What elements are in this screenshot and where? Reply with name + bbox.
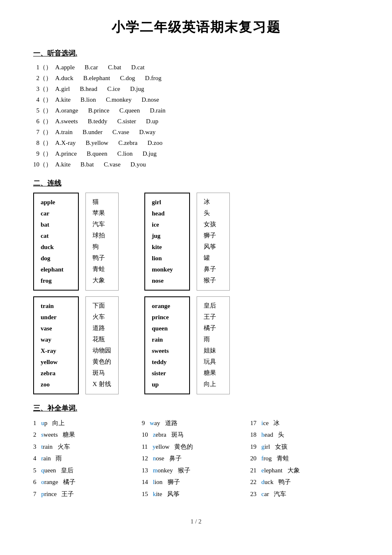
connect-item: 苹果	[93, 208, 112, 219]
complete-num: 12	[142, 452, 148, 465]
complete-blank: head	[261, 429, 273, 441]
listen-option: C.monkey	[106, 95, 131, 105]
connect-item: sister	[152, 368, 183, 379]
listen-paren: ）	[46, 159, 52, 169]
listen-paren: ）	[46, 95, 52, 105]
listen-option: A.apple	[55, 62, 75, 72]
complete-meaning: 向上	[52, 417, 65, 429]
complete-num: 21	[250, 465, 256, 477]
listen-row: 10（ ）A.kiteB.batC.vaseD.you	[33, 159, 359, 169]
complete-row: 22 duck 鸭子	[250, 476, 359, 488]
listen-option: B.under	[83, 127, 102, 137]
complete-row: 4 rain 雨	[33, 452, 142, 465]
connect-item: head	[152, 208, 183, 219]
complete-answer: s	[41, 431, 44, 438]
listen-option: A.girl	[55, 84, 70, 94]
page-footer: 1 / 2	[33, 516, 359, 526]
listen-paren: ）	[46, 105, 52, 115]
listen-paren: ）	[46, 127, 52, 137]
connect-item: 玩具	[204, 356, 223, 367]
connect-item: zoo	[41, 379, 71, 390]
complete-row: 15 kite 风筝	[142, 488, 251, 500]
listen-options: A.X-rayB.yellowC.zebraD.zoo	[55, 138, 163, 148]
section-complete: 三、补全单词. 1 up 向上9 way 道路17 ice 冰2 sweets …	[33, 403, 359, 500]
connect-item: duck	[41, 242, 71, 253]
connect-item: girl	[152, 197, 183, 208]
connect-item: elephant	[41, 264, 71, 275]
listen-option: B.yellow	[86, 138, 109, 148]
complete-answer: k	[153, 491, 156, 497]
complete-meaning: 黄色的	[174, 441, 193, 453]
complete-meaning: 火车	[58, 441, 70, 453]
connect-item: 球拍	[93, 230, 112, 241]
connect-box-en2: girlheadicejugkitelionmonkeynose	[144, 193, 190, 291]
connect-box-cn2: 冰头女孩狮子风筝罐鼻子猴子	[197, 193, 230, 291]
connect-item: 道路	[93, 323, 112, 334]
complete-num: 9	[142, 417, 145, 429]
listen-row: 1（ ）A.appleB.carC.batD.cat	[33, 62, 359, 72]
listen-option: B.queen	[87, 149, 107, 159]
complete-answer: m	[153, 467, 158, 474]
connect-item: 头	[204, 208, 223, 219]
listen-option: D.up	[146, 116, 158, 126]
section2-title: 二、连线	[33, 178, 359, 189]
complete-num: 18	[250, 429, 256, 441]
connect-item: 猫	[93, 196, 112, 208]
complete-num: 14	[142, 476, 148, 488]
section-connect: 二、连线 applecarbatcatduckdogelephantfrog 猫…	[33, 178, 359, 394]
connect-item: 狗	[93, 241, 112, 252]
complete-blank: yellow	[153, 441, 170, 453]
connect-item: X-ray	[41, 345, 71, 357]
listen-option: C.vase	[112, 127, 129, 137]
connect-item: under	[41, 312, 71, 323]
complete-blank: orange	[41, 476, 58, 488]
complete-row: 11 yellow 黄色的	[142, 441, 251, 453]
complete-num: 20	[250, 452, 256, 465]
listen-paren: ）	[46, 149, 52, 159]
complete-row: 20 frog 青蛙	[250, 452, 359, 465]
complete-row: 3 train 火车	[33, 441, 142, 453]
connect-item: yellow	[41, 357, 71, 368]
connect-item: 糖果	[204, 367, 223, 379]
complete-num: 3	[33, 441, 37, 453]
complete-num: 23	[250, 488, 256, 500]
complete-answer: r	[41, 455, 43, 462]
complete-row: 23 car 汽车	[250, 488, 359, 500]
connect-item: vase	[41, 323, 71, 334]
complete-blank: car	[261, 488, 269, 500]
complete-blank: up	[41, 417, 47, 429]
connect-item: cat	[41, 230, 71, 242]
complete-answer: e	[261, 467, 264, 474]
complete-answer: i	[261, 420, 263, 426]
connect-item: 女孩	[204, 219, 223, 230]
listen-num: 6（	[33, 116, 46, 126]
listen-option: C.queen	[119, 105, 140, 115]
connect-item: 大象	[93, 275, 112, 286]
listen-option: B.head	[80, 84, 97, 94]
complete-blank: zebra	[153, 429, 166, 441]
listen-num: 7（	[33, 127, 46, 137]
complete-blank: girl	[261, 441, 270, 453]
page-title: 小学二年级英语期末复习题	[33, 17, 359, 38]
complete-answer: u	[41, 420, 44, 426]
complete-meaning: 风筝	[167, 488, 180, 500]
complete-num: 22	[250, 476, 256, 488]
connect-box-cn3: 下面火车道路花瓶动物园黄色的斑马X 射线	[85, 296, 119, 394]
listen-option: A.sweets	[55, 116, 78, 126]
listen-num: 8（	[33, 138, 46, 148]
complete-meaning: 青蛙	[277, 452, 289, 465]
listen-num: 9（	[33, 149, 46, 159]
listen-option: D.jug	[130, 84, 144, 94]
connect-item: prince	[152, 312, 183, 323]
complete-row: 6 orange 橘子	[33, 476, 142, 488]
complete-num: 15	[142, 488, 148, 500]
complete-row: 9 way 道路	[142, 417, 251, 429]
listen-options: A.kiteB.batC.vaseD.you	[55, 159, 146, 169]
connect-item: 黄色的	[93, 356, 112, 367]
complete-meaning: 雨	[56, 452, 62, 465]
listen-num: 4（	[33, 95, 46, 105]
complete-blank: monkey	[153, 465, 173, 477]
connect-item: kite	[152, 242, 183, 253]
listen-options: A.girlB.headC.iceD.jug	[55, 84, 144, 94]
complete-blank: nose	[153, 452, 164, 465]
